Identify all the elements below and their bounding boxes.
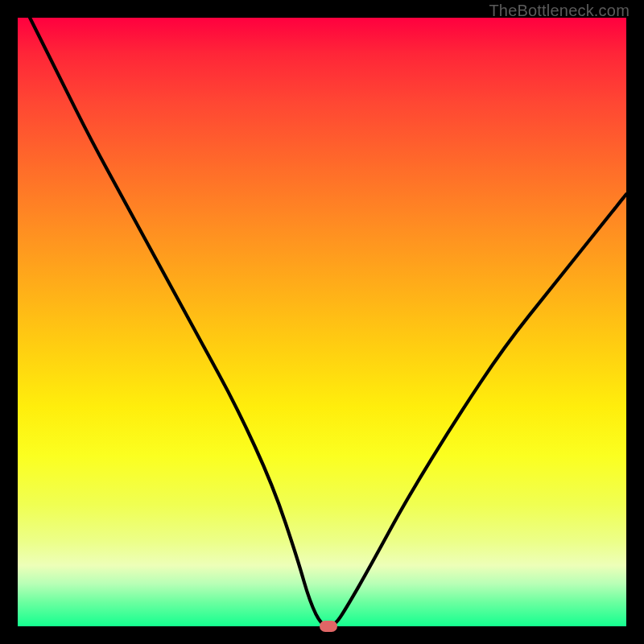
curve-svg — [18, 18, 626, 626]
chart-frame: TheBottleneck.com — [0, 0, 644, 644]
bottleneck-curve-path — [30, 18, 626, 626]
plot-area — [18, 18, 626, 626]
watermark-text: TheBottleneck.com — [489, 2, 630, 20]
minimum-marker — [320, 621, 337, 632]
